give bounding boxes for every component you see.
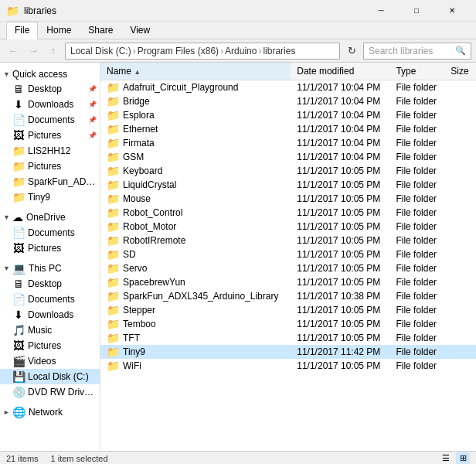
thispc-group[interactable]: ▼ 💻 This PC [0,259,100,276]
table-row[interactable]: 📁 SparkFun_ADXL345_Arduino_Library 11/1/… [100,289,476,303]
table-row[interactable]: 📁 Tiny9 11/1/2017 11:42 PM File folder [100,345,476,359]
table-row[interactable]: 📁 Stepper 11/1/2017 10:05 PM File folder [100,303,476,317]
sidebar-item-pc-videos[interactable]: 🎬 Videos [0,353,100,369]
table-row[interactable]: 📁 Adafruit_Circuit_Playground 11/1/2017 … [100,80,476,95]
onedrive-group[interactable]: ▼ ☁ OneDrive [0,208,100,225]
quick-access-group[interactable]: ▼ Quick access [0,66,100,81]
file-name: SD [123,249,136,260]
tab-file[interactable]: File [6,22,38,39]
table-row[interactable]: 📁 Mouse 11/1/2017 10:05 PM File folder [100,192,476,206]
sidebar-item-sparkfun[interactable]: 📁 SparkFun_ADXL345... [0,174,100,189]
sidebar-item-local-disk[interactable]: 💾 Local Disk (C:) [0,369,100,384]
sidebar-item-pictures[interactable]: 🖼 Pictures 📌 [0,128,100,143]
maximize-button[interactable]: □ [399,0,434,22]
tab-share[interactable]: Share [80,22,121,39]
address-bar[interactable]: Local Disk (C:) › Program Files (x86) › … [65,43,340,60]
table-row[interactable]: 📁 Esplora 11/1/2017 10:04 PM File folder [100,108,476,122]
sidebar-item-downloads[interactable]: ⬇ Downloads 📌 [0,97,100,112]
table-row[interactable]: 📁 WiFi 11/1/2017 10:05 PM File folder [100,359,476,373]
tab-home[interactable]: Home [38,22,80,39]
sidebar-item-pc-downloads[interactable]: ⬇ Downloads [0,307,100,322]
folder-icon: 📁 [107,137,120,149]
file-date: 11/1/2017 10:04 PM [291,80,389,95]
file-size [444,150,476,164]
col-name[interactable]: Name ▲ [100,63,291,80]
table-row[interactable]: 📁 Robot_Motor 11/1/2017 10:05 PM File fo… [100,220,476,234]
table-row[interactable]: 📁 TFT 11/1/2017 10:05 PM File folder [100,331,476,345]
window-controls: ─ □ ✕ [363,0,470,22]
file-date: 11/1/2017 10:04 PM [291,150,389,164]
sidebar-item-od-documents[interactable]: 📄 Documents [0,225,100,241]
table-row[interactable]: 📁 Temboo 11/1/2017 10:05 PM File folder [100,317,476,331]
folder-icon: 📁 [107,95,120,107]
file-size [444,289,476,303]
list-view-button[interactable]: ⊞ [456,452,470,465]
file-type: File folder [389,178,444,192]
file-date: 11/1/2017 10:05 PM [291,247,389,261]
tab-view[interactable]: View [121,22,158,39]
main-layout: ▼ Quick access 🖥 Desktop 📌 ⬇ Downloads 📌… [0,63,476,451]
table-row[interactable]: 📁 RobotIRremote 11/1/2017 10:05 PM File … [100,234,476,247]
sidebar-item-dvd-drive[interactable]: 💿 DVD RW Drive (E:) C... [0,384,100,400]
sidebar-item-sparkfun-label: SparkFun_ADXL345... [28,176,97,187]
file-size [444,108,476,122]
sidebar-item-pictures2[interactable]: 📁 Pictures [0,159,100,174]
file-name-cell: 📁 Bridge [100,94,291,108]
table-row[interactable]: 📁 SpacebrewYun 11/1/2017 10:05 PM File f… [100,275,476,289]
network-group[interactable]: ► 🌐 Network [0,403,100,420]
file-size [444,359,476,373]
table-row[interactable]: 📁 LiquidCrystal 11/1/2017 10:05 PM File … [100,178,476,192]
file-date: 11/1/2017 10:05 PM [291,192,389,206]
up-button[interactable]: ↑ [45,43,62,60]
sidebar-item-lis2hh12[interactable]: 📁 LIS2HH12 [0,143,100,159]
table-row[interactable]: 📁 Robot_Control 11/1/2017 10:05 PM File … [100,206,476,220]
file-size [444,122,476,136]
file-type: File folder [389,108,444,122]
search-bar[interactable]: Search libraries 🔍 [363,43,471,60]
sidebar-item-pc-documents[interactable]: 📄 Documents [0,292,100,307]
local-disk-icon: 💾 [12,370,25,383]
table-row[interactable]: 📁 GSM 11/1/2017 10:04 PM File folder [100,150,476,164]
od-pictures-icon: 🖼 [12,242,25,254]
sidebar-item-pc-desktop[interactable]: 🖥 Desktop [0,276,100,292]
folder-icon: 📁 [107,248,120,261]
file-name-cell: 📁 Robot_Motor [100,220,291,234]
close-button[interactable]: ✕ [434,0,470,22]
table-row[interactable]: 📁 Bridge 11/1/2017 10:04 PM File folder [100,94,476,108]
sort-arrow: ▲ [134,68,141,76]
onedrive-label: OneDrive [26,212,66,223]
sidebar-item-pictures2-label: Pictures [28,161,97,172]
sidebar-item-documents-label: Documents [28,114,87,125]
file-type: File folder [389,317,444,331]
sidebar-item-tiny9[interactable]: 📁 Tiny9 [0,189,100,205]
table-row[interactable]: 📁 Ethernet 11/1/2017 10:04 PM File folde… [100,122,476,136]
back-button[interactable]: ← [5,43,22,60]
details-view-button[interactable]: ☰ [439,452,453,465]
col-type[interactable]: Type [389,63,444,80]
sidebar-item-documents[interactable]: 📄 Documents 📌 [0,112,100,128]
folder-icon: 📁 [107,165,120,177]
sidebar-item-od-pictures[interactable]: 🖼 Pictures [0,241,100,256]
file-name: GSM [123,152,144,162]
minimize-button[interactable]: ─ [363,0,399,22]
table-row[interactable]: 📁 Servo 11/1/2017 10:05 PM File folder [100,261,476,275]
file-date: 11/1/2017 10:05 PM [291,303,389,317]
col-size[interactable]: Size [444,63,476,80]
folder-icon: 📁 [107,151,120,163]
sidebar-item-pc-music[interactable]: 🎵 Music [0,322,100,338]
file-size [444,331,476,345]
table-row[interactable]: 📁 Firmata 11/1/2017 10:04 PM File folder [100,136,476,150]
forward-button[interactable]: → [25,43,42,60]
file-name-cell: 📁 Stepper [100,303,291,317]
table-row[interactable]: 📁 Keyboard 11/1/2017 10:05 PM File folde… [100,164,476,178]
dvd-drive-label: DVD RW Drive (E:) C... [28,387,97,397]
sidebar-item-pc-pictures[interactable]: 🖼 Pictures [0,338,100,353]
sidebar-item-desktop[interactable]: 🖥 Desktop 📌 [0,81,100,97]
search-icon: 🔍 [455,46,466,56]
col-date[interactable]: Date modified [291,63,389,80]
refresh-button[interactable]: ↻ [343,43,360,60]
folder-icon: 📁 [107,304,120,316]
file-name-cell: 📁 SD [100,247,291,261]
file-date: 11/1/2017 10:05 PM [291,178,389,192]
table-row[interactable]: 📁 SD 11/1/2017 10:05 PM File folder [100,247,476,261]
